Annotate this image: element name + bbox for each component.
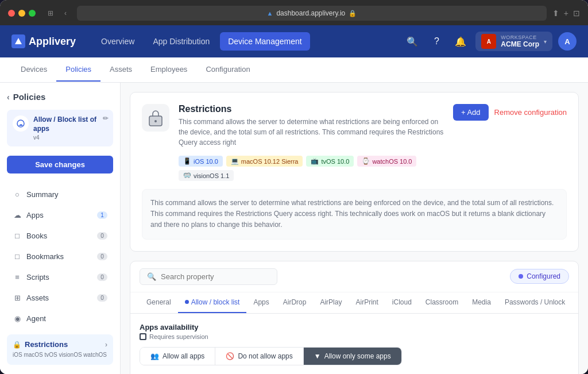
restrictions-card-title: Restrictions — [179, 104, 444, 114]
policy-card: ☁ Allow / Block list of apps v4 ✏ — [7, 110, 113, 146]
restrictions-card-icon — [142, 104, 169, 132]
tabs-area: 🔍 Configured General Allow / — [130, 261, 579, 374]
configured-dot — [519, 274, 523, 279]
sub-nav-employees[interactable]: Employees — [141, 58, 196, 82]
sidebar-item-assets-label: Assets — [26, 294, 49, 302]
content-area: Restrictions This command allows the ser… — [121, 83, 588, 374]
search-input[interactable] — [161, 272, 270, 281]
tvos-icon: 📺 — [311, 157, 319, 165]
sidebar-item-bookmarks[interactable]: □ Bookmarks 0 — [7, 247, 113, 265]
tab-airplay[interactable]: AirPlay — [313, 292, 349, 313]
browser-window: ⊞ ‹ ▲ dashboard.applivery.io 🔒 ⬆ + ⊡ App… — [0, 0, 588, 374]
apps-section: Apps availability Requires supervision 👥 — [130, 314, 578, 374]
tab-general[interactable]: General — [140, 292, 178, 313]
tab-passwords-unlock[interactable]: Passwords / Unlock — [498, 292, 572, 313]
notifications-button[interactable]: 🔔 — [451, 32, 470, 51]
scripts-badge: 0 — [97, 273, 107, 281]
tabs-button[interactable]: ⊡ — [573, 9, 580, 18]
bookmarks-badge: 0 — [97, 253, 107, 260]
add-button[interactable]: + Add — [453, 104, 489, 121]
nav-device-management[interactable]: Device Management — [220, 32, 310, 51]
tab-airprint[interactable]: AirPrint — [349, 292, 385, 313]
scripts-icon: ≡ — [13, 272, 22, 282]
sidebar-item-bookmarks-left: □ Bookmarks — [13, 252, 64, 261]
main-nav: Overview App Distribution Device Managem… — [93, 32, 403, 51]
save-changes-button[interactable]: Save changes — [7, 156, 113, 173]
sub-nav-policies[interactable]: Policies — [56, 58, 100, 82]
sidebar-item-scripts[interactable]: ≡ Scripts 0 — [7, 268, 113, 286]
search-button[interactable]: 🔍 — [403, 32, 421, 51]
nav-overview[interactable]: Overview — [93, 32, 142, 51]
workspace-name: ACME Corp — [501, 40, 539, 48]
allow-only-some-apps-button[interactable]: ▼ Allow only some apps — [304, 348, 401, 365]
watchos-icon: ⌚ — [362, 157, 370, 165]
policy-title: Allow / Block list of apps — [33, 115, 107, 133]
user-avatar[interactable]: A — [558, 32, 577, 51]
agent-icon: ◉ — [13, 314, 22, 323]
back-button[interactable]: ‹ — [60, 7, 71, 19]
tab-icloud[interactable]: iCloud — [385, 292, 419, 313]
sidebar-item-summary[interactable]: ○ Summary — [7, 185, 113, 203]
sidebar-title: Policies — [13, 92, 46, 102]
help-button[interactable]: ? — [427, 32, 446, 51]
requires-supervision: Requires supervision — [140, 333, 569, 340]
visionos-icon: 🥽 — [183, 172, 191, 179]
supervision-badge-icon — [140, 333, 146, 340]
browser-chrome: ⊞ ‹ ▲ dashboard.applivery.io 🔒 ⬆ + ⊡ — [0, 0, 588, 25]
restrictions-card-header: Restrictions This command allows the ser… — [142, 104, 567, 181]
policy-card-header: ☁ Allow / Block list of apps v4 — [13, 115, 107, 141]
remove-configuration-button[interactable]: Remove configuration — [494, 108, 567, 117]
minimize-traffic-light[interactable] — [18, 10, 25, 17]
restrictions-card-info: Restrictions This command allows the ser… — [179, 104, 444, 181]
summary-icon: ○ — [13, 190, 22, 199]
tab-apps[interactable]: Apps — [246, 292, 276, 313]
restrictions-info-card: Restrictions This command allows the ser… — [130, 92, 579, 252]
main-content: ‹ Policies ☁ Allow / Block list of apps … — [0, 83, 588, 374]
back-arrow-icon[interactable]: ‹ — [7, 92, 10, 102]
sidebar-item-apps[interactable]: ☁ Apps 1 — [7, 206, 113, 224]
apps-availability-header: Apps availability Requires supervision — [140, 323, 569, 340]
nav-right: 🔍 ? 🔔 A WORKSPACE ACME Corp ▾ A — [403, 32, 577, 51]
workspace-chevron-icon: ▾ — [544, 38, 547, 45]
sub-nav-devices[interactable]: Devices — [11, 58, 56, 82]
assets-badge: 0 — [97, 294, 107, 302]
nav-app-distribution[interactable]: App Distribution — [145, 32, 218, 51]
sidebar-item-agent-left: ◉ Agent — [13, 314, 46, 323]
traffic-lights — [8, 10, 36, 17]
sidebar-item-books[interactable]: □ Books 0 — [7, 226, 113, 245]
svg-point-5 — [154, 120, 157, 122]
search-box[interactable]: 🔍 — [140, 268, 277, 285]
url-text: dashboard.applivery.io — [276, 9, 345, 17]
tab-active-dot — [185, 300, 189, 304]
workspace-selector[interactable]: A WORKSPACE ACME Corp ▾ — [475, 32, 552, 51]
fullscreen-traffic-light[interactable] — [29, 10, 36, 17]
sub-nav-configuration[interactable]: Configuration — [196, 58, 259, 82]
sidebar: ‹ Policies ☁ Allow / Block list of apps … — [0, 83, 121, 374]
new-tab-button[interactable]: + — [564, 9, 568, 18]
allow-all-apps-button[interactable]: 👥 Allow all apps — [140, 348, 215, 365]
sidebar-item-bookmarks-label: Bookmarks — [26, 252, 64, 261]
bookmarks-icon: □ — [13, 252, 22, 261]
tab-siri[interactable]: Siri — [572, 292, 578, 313]
do-not-allow-apps-button[interactable]: 🚫 Do not allow apps — [215, 348, 303, 365]
tab-airdrop[interactable]: AirDrop — [276, 292, 314, 313]
address-bar[interactable]: ▲ dashboard.applivery.io 🔒 — [77, 6, 547, 21]
sidebar-item-agent[interactable]: ◉ Agent — [7, 309, 113, 327]
layout-toggle[interactable]: ⊞ — [45, 7, 56, 19]
policy-edit-button[interactable]: ✏ — [103, 114, 109, 122]
restrictions-card-desc: This command allows the server to determ… — [179, 117, 444, 148]
configured-label: Configured — [527, 272, 560, 280]
sub-nav-assets[interactable]: Assets — [100, 58, 141, 82]
share-button[interactable]: ⬆ — [552, 9, 559, 18]
app-logo: Applivery — [11, 34, 76, 48]
add-configuration-button[interactable]: + Add configuration — [7, 369, 113, 374]
sidebar-item-summary-label: Summary — [26, 190, 59, 199]
tab-media[interactable]: Media — [465, 292, 498, 313]
close-traffic-light[interactable] — [8, 10, 15, 17]
workspace-info: WORKSPACE ACME Corp — [501, 34, 539, 48]
do-not-allow-icon: 🚫 — [226, 352, 234, 360]
sidebar-item-assets[interactable]: ⊞ Assets 0 — [7, 288, 113, 307]
restrictions-sidebar-item[interactable]: 🔒 Restrictions › iOS macOS tvOS visionOS… — [7, 334, 113, 365]
tab-classroom[interactable]: Classroom — [419, 292, 465, 313]
tab-allow-block-list[interactable]: Allow / block list — [178, 292, 247, 313]
